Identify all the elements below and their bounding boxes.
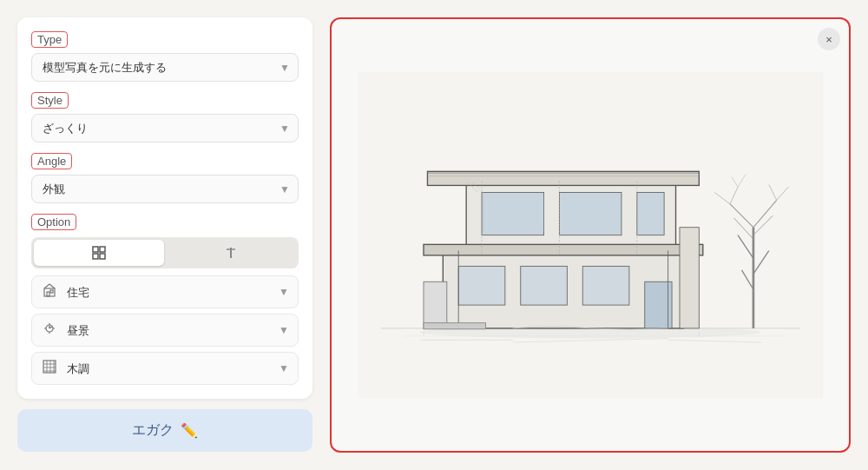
- time-of-day-select[interactable]: 昼景 夜景 夕景: [67, 324, 270, 337]
- option-row-material: 木調 コンクリート タイル ▼: [31, 352, 299, 385]
- svg-rect-0: [93, 247, 98, 252]
- left-panel: Type 模型写真を元に生成する スケッチを元に生成する ▼ Style ざっく…: [17, 17, 312, 453]
- svg-line-9: [44, 284, 49, 288]
- option-field-group: Option: [31, 214, 299, 385]
- svg-rect-31: [521, 266, 568, 305]
- settings-card: Type 模型写真を元に生成する スケッチを元に生成する ▼ Style ざっく…: [17, 17, 312, 399]
- svg-rect-45: [424, 281, 447, 328]
- option-tab-grid[interactable]: [34, 240, 164, 266]
- grid-icon: [91, 245, 107, 261]
- svg-rect-2: [93, 254, 98, 259]
- building-type-select[interactable]: 住宅 商業施設 オフィス: [67, 286, 270, 299]
- svg-rect-1: [100, 247, 105, 252]
- style-label: Style: [31, 92, 69, 109]
- svg-rect-36: [559, 192, 621, 235]
- text-icon: [223, 245, 239, 261]
- draw-button[interactable]: エガク ✏️: [17, 409, 312, 452]
- style-select-wrapper: ざっくり 詳細 ▼: [31, 114, 299, 142]
- time-of-day-icon: [41, 321, 58, 339]
- draw-button-label: エガク: [132, 421, 174, 440]
- type-select[interactable]: 模型写真を元に生成する スケッチを元に生成する: [31, 53, 299, 82]
- angle-select[interactable]: 外観 内観: [31, 175, 299, 203]
- material-icon: [41, 360, 58, 377]
- svg-rect-37: [637, 192, 664, 235]
- svg-rect-30: [458, 266, 505, 305]
- option-tab-text[interactable]: [167, 240, 297, 266]
- svg-rect-32: [582, 266, 629, 305]
- building-type-arrow-icon: ▼: [279, 286, 289, 298]
- right-panel: ×: [330, 17, 851, 453]
- angle-select-wrapper: 外観 内観 ▼: [31, 175, 299, 203]
- angle-field-group: Angle 外観 内観 ▼: [31, 153, 299, 203]
- option-label: Option: [31, 214, 76, 230]
- svg-rect-35: [482, 192, 544, 235]
- option-row-time: 昼景 夜景 夕景 ▼: [31, 314, 299, 347]
- type-label: Type: [31, 31, 68, 48]
- architectural-sketch: [358, 41, 823, 429]
- close-button[interactable]: ×: [818, 28, 840, 50]
- svg-rect-38: [427, 171, 699, 185]
- svg-rect-47: [680, 228, 699, 328]
- angle-label: Angle: [31, 153, 72, 169]
- style-select[interactable]: ざっくり 詳細: [31, 114, 299, 142]
- svg-rect-8: [50, 290, 53, 293]
- material-select[interactable]: 木調 コンクリート タイル: [67, 362, 270, 375]
- type-field-group: Type 模型写真を元に生成する スケッチを元に生成する ▼: [31, 31, 299, 82]
- close-icon: ×: [825, 33, 832, 46]
- building-type-icon: [41, 283, 58, 301]
- svg-rect-7: [47, 292, 49, 296]
- type-select-wrapper: 模型写真を元に生成する スケッチを元に生成する ▼: [31, 53, 299, 82]
- option-row-building: 住宅 商業施設 オフィス ▼: [31, 275, 299, 308]
- svg-rect-46: [424, 323, 486, 329]
- material-arrow-icon: ▼: [279, 362, 289, 374]
- option-tabs: [31, 237, 299, 268]
- pencil-icon: ✏️: [181, 422, 198, 439]
- sketch-image-container: ×: [330, 17, 851, 453]
- time-of-day-arrow-icon: ▼: [279, 324, 289, 336]
- svg-line-10: [49, 284, 55, 288]
- svg-rect-41: [424, 244, 703, 255]
- svg-rect-3: [100, 254, 105, 259]
- option-rows: 住宅 商業施設 オフィス ▼ 昼景 夜景 夕景 ▼: [31, 275, 299, 385]
- style-field-group: Style ざっくり 詳細 ▼: [31, 92, 299, 142]
